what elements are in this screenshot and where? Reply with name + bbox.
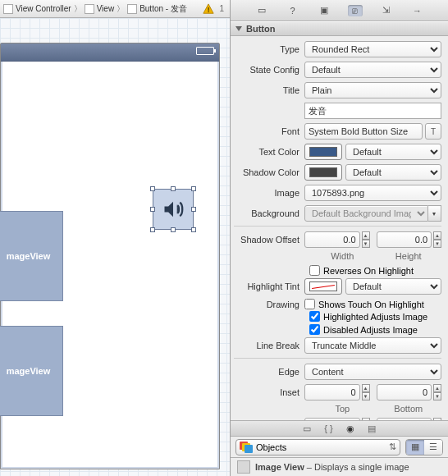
label-title: Title xyxy=(234,85,304,95)
grid-view-icon[interactable]: ▦ xyxy=(406,440,424,455)
type-select[interactable]: Rounded Rect xyxy=(304,41,441,57)
font-picker-button[interactable]: T xyxy=(425,123,441,140)
reverses-checkbox[interactable] xyxy=(309,265,320,276)
inset-top-input[interactable] xyxy=(304,384,360,400)
resize-handle[interactable] xyxy=(191,207,196,212)
state-config-select[interactable]: Default xyxy=(304,62,441,78)
shadow-width-input[interactable] xyxy=(304,231,360,248)
edge-select[interactable]: Content xyxy=(304,364,441,380)
shows-touch-checkbox[interactable] xyxy=(304,299,315,309)
stepper[interactable]: ▲▼ xyxy=(433,231,441,248)
design-canvas[interactable]: mageView mageView xyxy=(0,18,230,476)
tint-select[interactable]: Default xyxy=(345,278,441,295)
shadow-height-input[interactable] xyxy=(377,231,432,248)
objects-filter-select[interactable]: Objects ⇅ xyxy=(235,439,400,455)
imageview-placeholder[interactable]: mageView xyxy=(0,326,63,416)
shadow-color-select[interactable]: Default xyxy=(345,164,441,181)
label-state-config: State Config xyxy=(234,65,304,75)
label-shadow-color: Shadow Color xyxy=(234,167,304,177)
label-inset: Inset xyxy=(234,387,304,397)
vc-icon xyxy=(3,4,13,14)
section-title: Button xyxy=(246,24,275,34)
shows-touch-label: Shows Touch On Highlight xyxy=(318,300,424,309)
shadow-color-swatch[interactable] xyxy=(304,164,342,181)
resize-handle[interactable] xyxy=(150,186,155,191)
sublabel-width: Width xyxy=(309,251,376,261)
label-highlight-tint: Highlight Tint xyxy=(234,281,304,291)
size-inspector-icon[interactable]: ⇲ xyxy=(379,5,394,16)
resize-handle[interactable] xyxy=(150,227,155,232)
canvas-area: View Controller 〉 View 〉 Button - 发音 ! 1 xyxy=(0,0,230,476)
list-view-icon[interactable]: ☰ xyxy=(424,440,442,455)
resize-handle[interactable] xyxy=(191,186,196,191)
warning-icon[interactable]: ! xyxy=(203,3,214,15)
imageview-placeholder[interactable]: mageView xyxy=(0,211,63,301)
code-snippet-icon[interactable]: { } xyxy=(324,423,332,433)
stepper[interactable]: ▲▼ xyxy=(362,231,370,248)
text-color-swatch[interactable] xyxy=(304,144,342,160)
library-view-toggle[interactable]: ▦ ☰ xyxy=(405,439,443,455)
title-text-input[interactable] xyxy=(304,103,441,119)
resize-handle[interactable] xyxy=(171,186,176,191)
imageview-label: mageView xyxy=(7,251,51,261)
stepper[interactable]: ▲▼ xyxy=(433,384,441,400)
inspector-tab-bar: ▭ ? ▣ ⎚ ⇲ → xyxy=(231,0,448,21)
battery-icon xyxy=(196,47,214,55)
objects-label: Objects xyxy=(256,442,286,452)
highlighted-adjusts-checkbox[interactable] xyxy=(309,311,320,322)
attributes-inspector-icon[interactable]: ⎚ xyxy=(348,5,363,16)
bc-item[interactable]: Button - 发音 xyxy=(139,3,187,15)
imageview-label: mageView xyxy=(7,366,51,376)
desc-title: Image View xyxy=(255,462,304,472)
sublabel-bottom: Bottom xyxy=(376,404,442,414)
attributes-panel: Type Rounded Rect State Config Default T… xyxy=(231,36,448,420)
imageview-thumb-icon xyxy=(237,460,250,474)
background-dropdown-button[interactable]: ▾ xyxy=(428,205,441,222)
help-inspector-icon[interactable]: ? xyxy=(286,5,300,16)
section-header-button[interactable]: Button xyxy=(231,21,448,36)
line-break-select[interactable]: Truncate Middle xyxy=(304,337,441,354)
font-field[interactable] xyxy=(304,123,423,140)
stepper[interactable]: ▲▼ xyxy=(362,384,370,400)
breadcrumb: View Controller 〉 View 〉 Button - 发音 ! 1 xyxy=(0,0,230,18)
divider xyxy=(234,226,441,227)
file-inspector-icon[interactable]: ▭ xyxy=(254,5,269,16)
library-toolbar: ▭ { } ◉ ▤ xyxy=(231,420,448,437)
disabled-adjusts-checkbox[interactable] xyxy=(309,324,320,335)
library-filter-row: Objects ⇅ ▦ ☰ xyxy=(231,437,448,458)
label-text-color: Text Color xyxy=(234,147,304,157)
resize-handle[interactable] xyxy=(191,227,196,232)
resize-handle[interactable] xyxy=(150,207,155,212)
selected-button[interactable] xyxy=(153,189,194,230)
divider xyxy=(234,358,441,359)
media-library-icon[interactable]: ▤ xyxy=(368,423,376,434)
file-template-icon[interactable]: ▭ xyxy=(303,423,311,434)
image-select[interactable]: 1075893.png xyxy=(304,185,441,201)
warning-count: 1 xyxy=(219,4,224,13)
label-image: Image xyxy=(234,188,304,198)
title-mode-select[interactable]: Plain xyxy=(304,82,441,98)
reverses-label: Reverses On Highlight xyxy=(323,266,414,276)
object-library-icon[interactable]: ◉ xyxy=(346,423,354,434)
connections-inspector-icon[interactable]: → xyxy=(410,5,425,16)
label-line-break: Line Break xyxy=(234,341,304,350)
disclosure-triangle-icon xyxy=(235,26,242,31)
tint-swatch[interactable] xyxy=(304,278,342,295)
chevron-updown-icon: ⇅ xyxy=(389,442,396,452)
identity-inspector-icon[interactable]: ▣ xyxy=(317,5,331,16)
objects-stack-icon xyxy=(240,442,253,453)
bc-item[interactable]: View Controller xyxy=(16,4,71,13)
button-icon xyxy=(127,4,137,14)
label-font: Font xyxy=(234,126,304,136)
bc-item[interactable]: View xyxy=(97,4,115,13)
desc-text: – Displays a single image xyxy=(304,462,409,472)
background-select[interactable]: Default Background Image xyxy=(304,205,428,222)
view-icon xyxy=(85,4,94,14)
label-edge: Edge xyxy=(234,367,304,377)
resize-handle[interactable] xyxy=(171,227,176,232)
text-color-select[interactable]: Default xyxy=(345,144,441,160)
speaker-icon xyxy=(162,198,185,221)
library-description: Image View – Displays a single image xyxy=(231,458,448,476)
highlighted-adjusts-label: Highlighted Adjusts Image xyxy=(323,312,427,322)
inset-bottom-input[interactable] xyxy=(377,384,432,400)
